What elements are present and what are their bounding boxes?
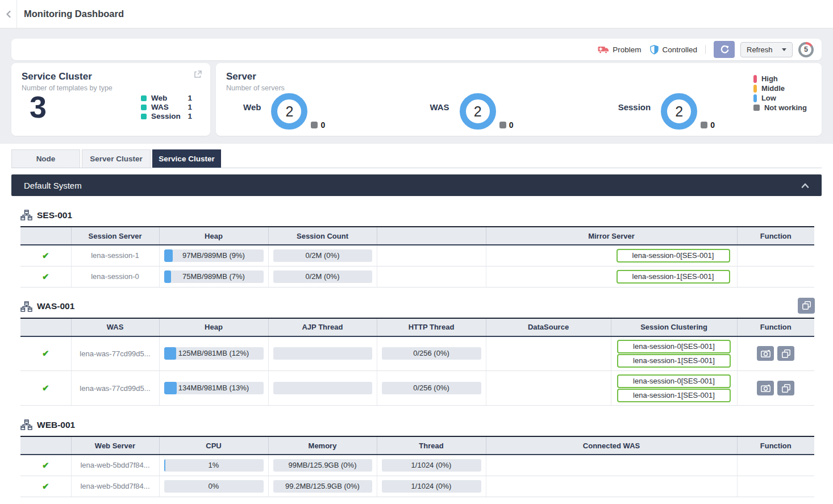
metric-bar-value: 0/256 (0%) <box>382 382 481 394</box>
cell-check: ✔ <box>20 476 71 497</box>
column-header <box>377 227 486 245</box>
donut-chart: 2 <box>460 93 496 130</box>
cell-empty <box>486 336 611 371</box>
status-legend-label: Low <box>761 94 776 102</box>
column-header: Function <box>737 318 814 336</box>
metric-bar: 1/1024 (0%) <box>382 459 481 472</box>
cell-check: ✔ <box>20 245 71 266</box>
column-header: DataSource <box>486 318 611 336</box>
low-legend-icon <box>753 94 757 102</box>
refresh-countdown-value: 5 <box>801 44 811 55</box>
cell-text: lena-was-77cd99d5... <box>71 336 159 371</box>
status-legend-item: Not working <box>753 103 807 112</box>
column-header: Session Count <box>268 227 377 245</box>
server-name: lena-session-0 <box>91 272 139 281</box>
column-header: Heap <box>159 318 268 336</box>
cell-text: lena-was-77cd99d5... <box>71 371 159 406</box>
shield-icon <box>650 45 659 55</box>
column-header: Memory <box>268 436 377 455</box>
table-row: ✔lena-session-075MB/989MB (7%)0/2M (0%)l… <box>20 266 814 287</box>
session-link-tag[interactable]: lena-session-1[SES-001] <box>617 389 731 402</box>
cluster-name: WEB-001 <box>37 420 75 430</box>
cluster-section-title-was-001: WAS-001 <box>20 301 813 312</box>
cell-bar: 0% <box>159 476 268 497</box>
template-type-legend-item: WAS1 <box>141 103 192 111</box>
tab-service-cluster[interactable]: Service Cluster <box>152 149 221 168</box>
refresh-countdown-ring: 5 <box>798 42 814 57</box>
cell-bar: 99MB/125.9GB (0%) <box>268 455 377 476</box>
legend-label: Session <box>151 112 184 120</box>
session-link-tag[interactable]: lena-session-0[SES-001] <box>617 249 730 263</box>
cell-tags: lena-session-0[SES-001]lena-session-1[SE… <box>611 371 737 406</box>
metric-bar: 125MB/981MB (12%) <box>164 347 264 360</box>
table-row: ✔lena-was-77cd99d5...125MB/981MB (12%)0/… <box>20 336 814 371</box>
main-content: NodeServer ClusterService Cluster Defaul… <box>0 144 833 504</box>
metric-bar-value: 0/2M (0%) <box>273 249 372 262</box>
server-name: lena-web-5bdd7f84... <box>80 461 149 469</box>
server-name: lena-web-5bdd7f84... <box>80 482 149 490</box>
cell-buttons <box>737 336 814 371</box>
session-link-tag[interactable]: lena-session-0[SES-001] <box>617 340 731 353</box>
cell-check: ✔ <box>20 371 71 406</box>
gray-square-icon <box>311 122 318 128</box>
cell-bar: 75MB/989MB (7%) <box>159 266 268 287</box>
not-working-count: 0 <box>499 120 514 130</box>
not-working-count: 0 <box>701 120 715 130</box>
copy-button[interactable] <box>777 381 794 395</box>
template-type-legend-item: Web1 <box>141 94 192 102</box>
function-buttons <box>738 346 815 361</box>
camera-button[interactable] <box>757 381 774 395</box>
refresh-now-button[interactable] <box>714 41 735 58</box>
donut-label: WAS <box>430 102 449 112</box>
status-legend-item: Low <box>753 94 807 102</box>
session-link-tag[interactable]: lena-session-1[SES-001] <box>617 270 730 284</box>
refresh-icon <box>720 45 729 54</box>
session-link-tag[interactable]: lena-session-0[SES-001] <box>617 374 731 388</box>
not-working-value: 0 <box>710 120 715 130</box>
not-working-legend-icon <box>753 105 760 111</box>
service-cluster-card: Service Cluster Number of templates by t… <box>11 63 210 136</box>
cell-tags: lena-session-0[SES-001] <box>486 245 737 266</box>
status-legend-label: Not working <box>764 103 807 112</box>
toolbar: Problem Controlled Refresh 5 <box>11 39 822 60</box>
status-check-icon: ✔ <box>42 272 49 281</box>
cell-bar: 1/1024 (0%) <box>377 476 486 497</box>
metric-bar-value: 1/1024 (0%) <box>382 459 481 472</box>
donut-value: 2 <box>285 103 293 120</box>
default-system-bar[interactable]: Default System <box>11 174 822 196</box>
camera-button[interactable] <box>757 346 774 361</box>
copy-button[interactable] <box>777 346 794 361</box>
cluster-table-was-001: WASHeapAJP ThreadHTTP ThreadDataSourceSe… <box>20 318 814 406</box>
cell-bar <box>268 371 377 406</box>
gray-square-icon <box>701 122 707 128</box>
external-link-icon[interactable] <box>193 70 202 81</box>
tab-node[interactable]: Node <box>11 149 80 168</box>
cell-bar: 0/2M (0%) <box>268 266 377 287</box>
column-header: Mirror Server <box>486 227 737 245</box>
column-header: Function <box>737 227 814 245</box>
chevron-up-icon[interactable] <box>801 183 809 188</box>
page-title: Monitoring Dashboard <box>24 9 124 19</box>
top-header: Monitoring Dashboard <box>0 0 833 28</box>
gray-square-icon <box>499 122 506 128</box>
view-tabs: NodeServer ClusterService Cluster <box>11 149 822 168</box>
cell-empty <box>486 455 737 476</box>
cell-bar: 0/256 (0%) <box>377 336 486 371</box>
back-button[interactable] <box>0 0 17 28</box>
status-check-icon: ✔ <box>42 481 49 491</box>
template-type-legend: Web1WAS1Session1 <box>141 94 192 120</box>
tab-server-cluster[interactable]: Server Cluster <box>82 149 151 168</box>
cell-empty <box>737 455 814 476</box>
cluster-table-ses-001: Session ServerHeapSession CountMirror Se… <box>20 226 814 288</box>
refresh-interval-select[interactable]: Refresh <box>740 42 793 57</box>
metric-bar-value: 75MB/989MB (7%) <box>164 270 264 283</box>
column-header: Heap <box>159 227 268 245</box>
server-donut-group: Web20 <box>243 93 325 130</box>
cell-bar: 125MB/981MB (12%) <box>159 336 268 371</box>
section-copy-button[interactable] <box>798 298 815 314</box>
session-link-tag[interactable]: lena-session-1[SES-001] <box>617 354 731 368</box>
column-header: Web Server <box>71 436 159 455</box>
controlled-label: Controlled <box>662 45 697 54</box>
middle-legend-icon <box>753 85 757 93</box>
metric-bar: 99.2MB/125.9GB (0%) <box>273 480 372 493</box>
